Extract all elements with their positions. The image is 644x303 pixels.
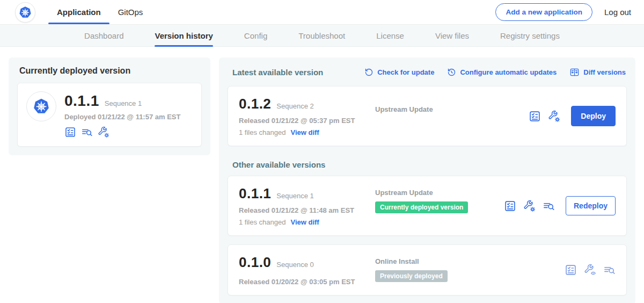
refresh-clock-icon: [447, 68, 456, 77]
app-version-logo: [26, 91, 56, 121]
diff-versions-link[interactable]: Diff versions: [569, 67, 626, 77]
files-changed-label: 1 files changed: [239, 218, 286, 226]
currently-deployed-card: 0.1.1 Sequence 1 Deployed 01/21/22 @ 11:…: [17, 83, 202, 147]
preflight-checklist-icon[interactable]: [529, 110, 541, 122]
sequence-label: Sequence 0: [276, 261, 313, 269]
view-config-icon[interactable]: [584, 264, 596, 276]
subnav-tab-troubleshoot-label: Troubleshoot: [298, 31, 345, 40]
subnav-tab-license[interactable]: License: [361, 25, 420, 46]
version-number: 0.1.2: [239, 96, 271, 112]
version-info: 0.1.1 Sequence 1 Released 01/21/22 @ 11:…: [239, 185, 375, 226]
version-actions: [565, 264, 616, 276]
deployed-sequence-label: Sequence 1: [105, 99, 142, 107]
redeploy-button[interactable]: Redeploy: [566, 196, 616, 215]
currently-deployed-title: Currently deployed version: [17, 66, 202, 76]
preflight-checklist-icon[interactable]: [504, 200, 516, 212]
kubernetes-logo-icon: [32, 97, 50, 116]
deployed-action-icons: [64, 126, 180, 138]
files-changed-label: 1 files changed: [239, 128, 286, 136]
sequence-label: Sequence 2: [276, 102, 313, 110]
version-source: Upstream Update: [375, 96, 529, 113]
subnav-tab-dashboard[interactable]: Dashboard: [69, 25, 139, 46]
check-for-update-link[interactable]: Check for update: [364, 68, 434, 77]
subnav-tab-config-label: Config: [244, 31, 267, 40]
deployed-version-number: 0.1.1: [64, 92, 99, 110]
subnav-tab-config[interactable]: Config: [229, 25, 283, 46]
currently-deployed-badge: Currently deployed version: [375, 201, 468, 213]
configure-automatic-updates-label: Configure automatic updates: [460, 68, 557, 76]
subnav-tab-registry-settings[interactable]: Registry settings: [485, 25, 575, 46]
released-timestamp: Released 01/20/22 @ 03:05 pm EST: [239, 278, 375, 286]
app-sub-nav: Dashboard Version history Config Trouble…: [0, 25, 644, 47]
version-number: 0.1.0: [239, 254, 271, 271]
edit-config-icon[interactable]: [523, 200, 536, 212]
refresh-arrow-icon: [364, 68, 374, 77]
source-label: Upstream Update: [375, 189, 504, 197]
subnav-tab-version-history-label: Version history: [155, 31, 213, 40]
version-actions: Redeploy: [504, 196, 616, 215]
currently-deployed-panel: Currently deployed version 0.1.1 Sequenc…: [9, 57, 210, 155]
version-actions: Deploy: [529, 106, 616, 126]
latest-available-title: Latest available version: [232, 68, 323, 77]
version-info: 0.1.0 Sequence 0 Released 01/20/22 @ 03:…: [239, 254, 375, 286]
update-actions: Check for update Configure automatic upd…: [364, 67, 626, 77]
diff-panels-icon: [569, 67, 580, 77]
subnav-tab-view-files-label: View files: [435, 31, 469, 40]
topnav-right: Add a new application Log out: [495, 3, 631, 21]
subnav-tab-troubleshoot[interactable]: Troubleshoot: [283, 25, 361, 46]
released-timestamp: Released 01/21/22 @ 11:48 am EST: [239, 206, 375, 214]
configure-automatic-updates-link[interactable]: Configure automatic updates: [447, 68, 557, 77]
edit-config-icon[interactable]: [548, 110, 560, 122]
subnav-tab-view-files[interactable]: View files: [420, 25, 485, 46]
check-for-update-label: Check for update: [377, 68, 434, 76]
version-card-0-1-2: 0.1.2 Sequence 2 Released 01/21/22 @ 05:…: [228, 86, 627, 146]
deployed-version-info: 0.1.1 Sequence 1 Deployed 01/21/22 @ 11:…: [64, 91, 180, 138]
source-label: Online Install: [375, 257, 565, 265]
version-card-0-1-0: 0.1.0 Sequence 0 Released 01/20/22 @ 03:…: [228, 244, 627, 295]
edit-config-icon[interactable]: [98, 126, 109, 138]
release-notes-icon[interactable]: [603, 264, 616, 276]
version-info: 0.1.2 Sequence 2 Released 01/21/22 @ 05:…: [239, 96, 375, 136]
tab-gitops-label: GitOps: [118, 8, 143, 17]
version-number: 0.1.1: [239, 185, 271, 202]
deploy-button[interactable]: Deploy: [571, 106, 616, 126]
updates-header: Latest available version Check for updat…: [228, 66, 627, 77]
tab-application-label: Application: [57, 8, 101, 17]
top-nav: Application GitOps Add a new application…: [0, 0, 644, 25]
source-label: Upstream Update: [375, 105, 529, 113]
view-diff-link[interactable]: View diff: [290, 128, 319, 136]
subnav-tab-license-label: License: [376, 31, 404, 40]
release-notes-icon[interactable]: [81, 126, 93, 138]
tab-application[interactable]: Application: [48, 0, 109, 24]
available-versions-panel: Latest available version Check for updat…: [219, 57, 635, 303]
deployed-timestamp: Deployed 01/21/22 @ 11:57 am EST: [64, 113, 180, 121]
add-application-button[interactable]: Add a new application: [495, 3, 592, 21]
subnav-tab-registry-settings-label: Registry settings: [500, 31, 560, 40]
version-card-0-1-1: 0.1.1 Sequence 1 Released 01/21/22 @ 11:…: [228, 176, 627, 236]
view-diff-link[interactable]: View diff: [290, 218, 319, 226]
app-logo[interactable]: [15, 2, 35, 23]
subnav-tab-version-history[interactable]: Version history: [139, 25, 228, 46]
sequence-label: Sequence 1: [276, 192, 313, 200]
previously-deployed-badge: Previously deployed: [375, 270, 448, 282]
subnav-tab-dashboard-label: Dashboard: [84, 31, 123, 40]
other-versions-title: Other available versions: [228, 160, 627, 169]
version-source: Upstream Update Currently deployed versi…: [375, 185, 504, 213]
released-timestamp: Released 01/21/22 @ 05:37 pm EST: [239, 117, 375, 125]
diff-versions-label: Diff versions: [583, 68, 626, 76]
topnav-tabs: Application GitOps: [48, 0, 151, 24]
version-source: Online Install Previously deployed: [375, 254, 565, 282]
release-notes-icon[interactable]: [543, 200, 555, 212]
kubernetes-logo-icon: [18, 5, 32, 19]
tab-gitops[interactable]: GitOps: [109, 0, 152, 24]
preflight-checklist-icon[interactable]: [565, 264, 577, 276]
preflight-checklist-icon[interactable]: [64, 126, 76, 138]
logout-button[interactable]: Log out: [604, 8, 631, 17]
version-history-page: Currently deployed version 0.1.1 Sequenc…: [0, 47, 644, 303]
